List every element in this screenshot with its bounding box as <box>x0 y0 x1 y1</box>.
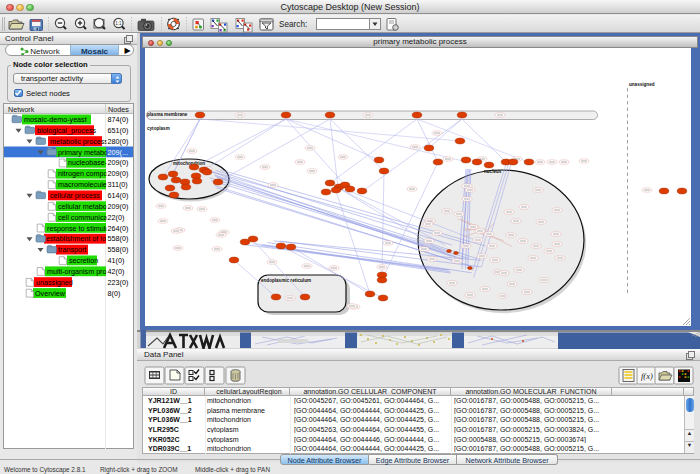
svg-text:614(0): 614(0) <box>108 191 129 200</box>
svg-text:plasma membrane: plasma membrane <box>147 112 188 117</box>
svg-text:mitochondrion: mitochondrion <box>173 161 205 166</box>
svg-text:558(0): 558(0) <box>108 234 129 243</box>
svg-text:209(0): 209(0) <box>108 201 129 210</box>
svg-text:unassigned: unassigned <box>36 277 73 286</box>
svg-text:cellular process: cellular process <box>50 191 100 200</box>
svg-text:651(0): 651(0) <box>108 125 129 134</box>
svg-text:transport: transport <box>58 245 86 254</box>
svg-text:secretion: secretion <box>69 256 98 265</box>
svg-text:cell communicat: cell communicat <box>58 212 110 221</box>
svg-text:311(0): 311(0) <box>108 180 128 189</box>
svg-text:223(0): 223(0) <box>108 277 129 286</box>
svg-text:multi-organism pro: multi-organism pro <box>47 266 107 275</box>
svg-text:cellular metabo: cellular metabo <box>58 201 107 210</box>
svg-text:558(0): 558(0) <box>108 245 129 254</box>
svg-text:endoplasmic reticulum: endoplasmic reticulum <box>261 278 311 283</box>
svg-text:metabolic process: metabolic process <box>50 136 108 145</box>
svg-text:macromolecule: macromolecule <box>58 180 107 189</box>
svg-text:cytoplasm: cytoplasm <box>147 126 170 131</box>
svg-text:41(0): 41(0) <box>108 256 125 265</box>
svg-text:1:1: 1:1 <box>115 21 122 26</box>
svg-text:f(x): f(x) <box>641 371 653 381</box>
svg-text:Search:: Search: <box>279 20 307 29</box>
svg-text:unassigned: unassigned <box>629 82 655 87</box>
svg-text:280(0): 280(0) <box>108 136 129 145</box>
svg-text:209(0): 209(0) <box>108 169 129 178</box>
svg-text:biological_process: biological_process <box>37 125 97 134</box>
svg-text:nitrogen compo: nitrogen compo <box>58 169 108 178</box>
svg-text:42(0): 42(0) <box>108 266 125 275</box>
svg-text:establishment of lo: establishment of lo <box>46 234 106 243</box>
svg-text:nucleobase-: nucleobase- <box>68 158 108 167</box>
svg-text:209(0): 209(0) <box>108 158 129 167</box>
svg-text:209(...: 209(... <box>108 147 128 156</box>
svg-text:primary metabo: primary metabo <box>58 147 108 156</box>
svg-text:264(0): 264(0) <box>108 223 129 232</box>
svg-text:mosaic-demo-yeast: mosaic-demo-yeast <box>24 115 87 124</box>
svg-text:Overview: Overview <box>35 288 66 297</box>
svg-text:874(0): 874(0) <box>108 115 129 124</box>
svg-text:8(0): 8(0) <box>108 288 121 297</box>
svg-text:response to stimulu: response to stimulu <box>47 223 109 232</box>
svg-text:22(0): 22(0) <box>108 212 125 221</box>
svg-text:nucleus: nucleus <box>484 169 502 174</box>
